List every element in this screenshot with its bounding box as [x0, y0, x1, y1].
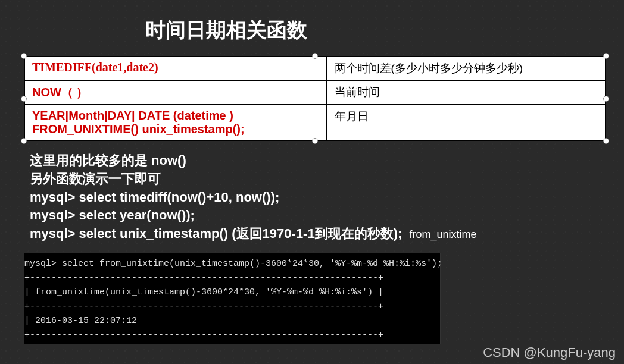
fn-cell-year-unixtime: YEAR|Month|DAY| DATE (datetime ) FROM_UN…: [24, 105, 327, 140]
selection-handle-icon[interactable]: [603, 53, 609, 59]
terminal-divider: +---------------------------------------…: [24, 328, 435, 343]
terminal-divider: +---------------------------------------…: [24, 271, 435, 285]
terminal-line: | 2016-03-15 22:07:12: [24, 314, 435, 328]
note-line: 这里用的比较多的是 now(): [30, 152, 606, 170]
table-row: NOW（ ） 当前时间: [24, 80, 606, 105]
selection-handle-icon[interactable]: [312, 138, 318, 144]
note-line-trail: from_unixtime: [409, 228, 476, 240]
selection-handle-icon[interactable]: [312, 53, 318, 59]
table-row: YEAR|Month|DAY| DATE (datetime ) FROM_UN…: [24, 105, 606, 140]
selection-handle-icon[interactable]: [21, 96, 27, 102]
fn-cell-timediff: TIMEDIFF(date1,date2): [24, 57, 327, 80]
slide-title: 时间日期相关函数: [107, 0, 345, 56]
selection-handle-icon[interactable]: [21, 138, 27, 144]
table-row: TIMEDIFF(date1,date2) 两个时间差(多少小时多少分钟多少秒): [24, 57, 606, 80]
desc-cell-timediff: 两个时间差(多少小时多少分钟多少秒): [327, 57, 606, 80]
desc-cell-year: 年月日: [327, 105, 606, 140]
note-line: mysql> select timediff(now()+10, now());: [30, 189, 606, 207]
selection-handle-icon[interactable]: [603, 138, 609, 144]
note-line: 另外函数演示一下即可: [30, 170, 606, 189]
function-table: TIMEDIFF(date1,date2) 两个时间差(多少小时多少分钟多少秒)…: [24, 56, 606, 141]
terminal-line: mysql> select from_unixtime(unix_timesta…: [24, 257, 435, 271]
note-line-main: mysql> select unix_timestamp() (返回1970-1…: [30, 226, 402, 241]
selection-handle-icon[interactable]: [603, 96, 609, 102]
desc-cell-now: 当前时间: [327, 80, 606, 105]
function-table-container: TIMEDIFF(date1,date2) 两个时间差(多少小时多少分钟多少秒)…: [24, 56, 606, 141]
selection-handle-icon[interactable]: [21, 53, 27, 59]
fn-cell-now: NOW（ ）: [24, 80, 327, 105]
terminal-line: | from_unixtime(unix_timestamp()-3600*24…: [24, 285, 435, 300]
note-line: mysql> select year(now());: [30, 206, 606, 225]
watermark: CSDN @KungFu-yang: [483, 345, 616, 360]
notes-block: 这里用的比较多的是 now() 另外函数演示一下即可 mysql> select…: [0, 141, 624, 248]
note-line: mysql> select unix_timestamp() (返回1970-1…: [30, 225, 606, 243]
terminal-divider: +---------------------------------------…: [24, 300, 435, 314]
terminal-output: mysql> select from_unixtime(unix_timesta…: [24, 253, 441, 344]
